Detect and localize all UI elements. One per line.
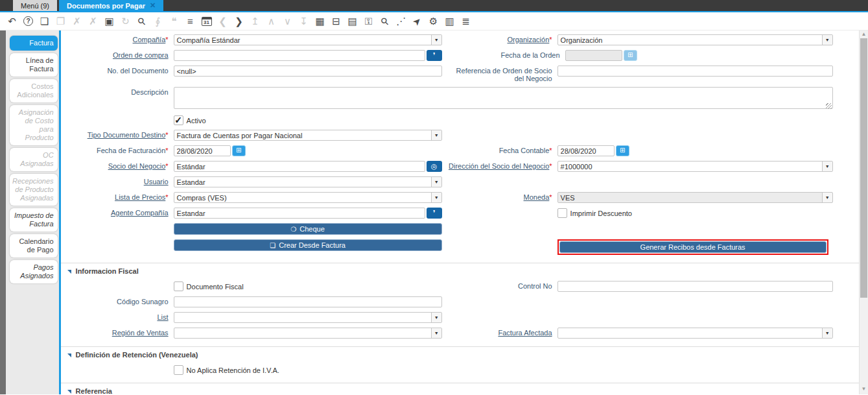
parent-record-icon: ∧: [263, 12, 279, 30]
chevron-down-icon[interactable]: ▼: [431, 130, 441, 140]
tab-calendario-de-pago[interactable]: Calendario de Pago: [10, 234, 58, 257]
section-header-referencia: Referencia: [61, 383, 859, 394]
next-record-icon[interactable]: ❯: [231, 12, 247, 30]
agente-compania-lookup-button[interactable]: ❜: [427, 208, 442, 219]
compania-combo[interactable]: Compañía Estándar▼: [174, 34, 442, 45]
print-icon[interactable]: ▤: [344, 12, 360, 30]
window-tab-bar: Menú (9) Documentos por Pagar ✕: [0, 0, 868, 11]
archive-icon[interactable]: ⊟: [328, 12, 344, 30]
socio-negocio-lookup-button[interactable]: ◎: [427, 161, 442, 172]
menu-tab-label: Menú (9): [21, 2, 49, 10]
tab-factura[interactable]: Factura: [10, 36, 58, 51]
chat-icon: ❝: [166, 12, 182, 30]
referencia-orden-input[interactable]: [557, 66, 833, 77]
chevron-down-icon[interactable]: ▼: [431, 177, 441, 187]
socio-negocio-input[interactable]: [174, 161, 425, 172]
business-partner-icon: ◎: [431, 162, 438, 170]
scrollbar-thumb[interactable]: [860, 38, 867, 298]
chevron-down-icon[interactable]: ▼: [822, 35, 832, 45]
descripcion-textarea[interactable]: [174, 87, 833, 109]
chevron-down-icon[interactable]: ▼: [431, 193, 441, 202]
field-label-factura-afectada: Factura Afectada: [449, 328, 557, 337]
menu-tab[interactable]: Menú (9): [13, 0, 57, 11]
close-tab-icon[interactable]: ✕: [150, 1, 156, 10]
lista-precios-combo[interactable]: Compras (VES)▼: [174, 192, 442, 203]
vertical-scrollbar[interactable]: ▲ ▼: [859, 30, 868, 394]
collapsed-menu-strip[interactable]: [0, 30, 6, 394]
usuario-combo[interactable]: Estandar▼: [174, 176, 442, 187]
calendar-grid-icon: ⊞: [628, 51, 633, 58]
lock-icon[interactable]: ⚿: [360, 12, 377, 30]
no-aplica-iva-label: No Aplica Retención de I.V.A.: [187, 366, 279, 374]
chevron-down-icon[interactable]: ▼: [822, 162, 832, 171]
field-label-referencia-orden: Referencia de Orden de Socio del Negocio: [449, 66, 557, 82]
tab-documentos-por-pagar[interactable]: Documentos por Pagar ✕: [59, 0, 163, 11]
scroll-down-icon[interactable]: ▼: [860, 385, 868, 393]
last-record-icon: ↧: [296, 12, 312, 30]
prev-record-icon: ❮: [215, 12, 231, 30]
save-icon[interactable]: ▣: [101, 12, 117, 30]
fecha-contable-calendar-button[interactable]: ⊞: [616, 145, 629, 156]
barcode-search-icon[interactable]: ▥: [441, 12, 458, 30]
grid-toggle-icon[interactable]: ≡: [182, 12, 198, 30]
collapse-icon[interactable]: [67, 390, 71, 394]
orden-compra-input[interactable]: [174, 50, 425, 61]
organizacion-combo[interactable]: Organización▼: [557, 34, 833, 45]
tab-impuesto-de-factura[interactable]: Impuesto de Factura: [10, 208, 58, 232]
cheque-button[interactable]: ❍ Cheque: [174, 223, 442, 235]
orden-compra-lookup-button[interactable]: ❜: [427, 50, 442, 61]
field-label-agente-compania: Agente Compañía: [61, 208, 174, 217]
chevron-down-icon[interactable]: ▼: [431, 328, 441, 338]
moneda-combo: VES▼: [557, 192, 833, 203]
control-no-input[interactable]: [557, 281, 833, 292]
workflow-icon[interactable]: ⋰: [393, 12, 409, 30]
activo-checkbox[interactable]: ✓: [174, 115, 183, 125]
no-documento-input[interactable]: [174, 66, 442, 77]
activo-checkbox-label: Activo: [187, 117, 206, 125]
report-icon[interactable]: ▦: [312, 12, 328, 30]
field-label-compania: Compañía*: [61, 34, 174, 43]
undo-icon[interactable]: ↶: [4, 12, 20, 30]
field-label-codigo-sunagro: Código Sunagro: [61, 296, 174, 305]
send-request-icon[interactable]: ➤: [409, 12, 425, 30]
crear-desde-factura-button[interactable]: ❏ Crear Desde Factura: [174, 239, 442, 251]
tab-pagos-asignados[interactable]: Pagos Asignados: [10, 260, 58, 283]
resize-grip-icon[interactable]: [826, 103, 832, 109]
tab-linea-de-factura[interactable]: Línea de Factura: [10, 53, 58, 77]
chevron-down-icon[interactable]: ▼: [431, 313, 441, 322]
list-combo[interactable]: ▼: [174, 312, 442, 323]
fecha-facturacion-input[interactable]: [174, 145, 231, 156]
generar-recibos-button[interactable]: Generar Recibos desde Facturas: [559, 241, 827, 253]
direccion-socio-combo[interactable]: #1000000▼: [557, 161, 833, 172]
fecha-facturacion-calendar-button[interactable]: ⊞: [232, 145, 246, 156]
field-label-no-documento: No. del Documento: [61, 66, 174, 75]
tipo-documento-combo[interactable]: Factura de Cuentas por Pagar Nacional▼: [174, 130, 442, 141]
settings-icon[interactable]: ⚙: [425, 12, 441, 30]
calendar-icon[interactable]: 31: [198, 12, 215, 30]
documento-fiscal-checkbox[interactable]: [174, 281, 183, 291]
new-record-icon[interactable]: ❏: [36, 12, 53, 30]
factura-afectada-combo[interactable]: ▼: [557, 328, 833, 339]
field-label-descripcion: Descripción: [61, 87, 174, 96]
section-title: Informacion Fiscal: [76, 267, 139, 275]
help-icon[interactable]: ?: [20, 12, 36, 30]
print-preview-icon[interactable]: ≣: [458, 12, 474, 30]
chevron-down-icon: ▼: [822, 193, 832, 202]
documento-fiscal-label: Documento Fiscal: [187, 283, 244, 291]
chevron-down-icon[interactable]: ▼: [822, 328, 832, 338]
fecha-contable-input[interactable]: [557, 145, 615, 156]
collapse-icon[interactable]: [67, 270, 71, 274]
search-icon[interactable]: ⚲: [134, 12, 150, 30]
section-title: Definición de Retención (Venezuela): [76, 351, 198, 359]
collapse-icon[interactable]: [67, 353, 71, 357]
no-aplica-iva-checkbox[interactable]: [174, 365, 183, 375]
imprimir-descuento-checkbox[interactable]: [557, 208, 567, 218]
agente-compania-input[interactable]: [174, 208, 425, 219]
zoom-across-icon[interactable]: ⚲: [377, 12, 393, 30]
field-label-moneda: Moneda*: [449, 192, 557, 201]
codigo-sunagro-input[interactable]: [174, 296, 442, 307]
lookup-icon: ❜: [433, 51, 436, 59]
region-ventas-combo[interactable]: ▼: [174, 328, 442, 339]
chevron-down-icon[interactable]: ▼: [431, 35, 441, 45]
scroll-up-icon[interactable]: ▲: [860, 30, 868, 38]
